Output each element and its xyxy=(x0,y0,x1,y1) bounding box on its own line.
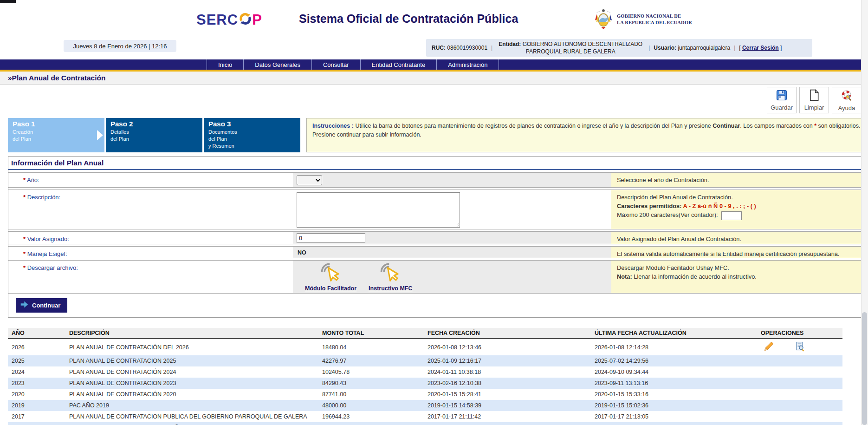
instructivo-mfc-link[interactable]: Instructivo MFC xyxy=(369,285,412,292)
anio-input-cell xyxy=(293,173,611,187)
cell-created: 2020-01-15 15:28:41 xyxy=(424,389,591,400)
esigef-help: El sistema valida automáticamente si la … xyxy=(611,247,867,258)
col-created: FECHA CREACIÓN xyxy=(424,328,591,339)
cell-year: 2024 xyxy=(8,366,65,378)
cell-created: 2016-01-10 23:20:22 xyxy=(424,422,591,425)
plans-table: AÑO DESCRIPCIÓN MONTO TOTAL FECHA CREACI… xyxy=(8,328,842,425)
nav-item-entidad-contratante[interactable]: Entidad Contratante xyxy=(360,59,437,70)
cell-operations xyxy=(757,355,842,366)
modulo-facilitador-link[interactable]: Módulo Facilitador xyxy=(305,285,356,292)
table-row: 2024PLAN ANUAL DE CONTRATACIÓN 202410240… xyxy=(8,366,842,378)
cell-created: 2017-01-17 21:11:42 xyxy=(424,411,591,422)
step-title: Paso 3 xyxy=(208,120,300,128)
cell-updated: 2026-01-08 12:14:28 xyxy=(591,339,757,355)
table-header-row: AÑO DESCRIPCIÓN MONTO TOTAL FECHA CREACI… xyxy=(8,328,842,339)
cell-updated: 2023-09-11 13:13:16 xyxy=(591,378,757,389)
valor-input-cell xyxy=(293,232,611,244)
save-button[interactable]: Guardar xyxy=(767,87,797,113)
cell-operations xyxy=(757,366,842,378)
wizard-steps: Paso 1 Creacióndel Plan Paso 2 Detallesd… xyxy=(8,118,867,152)
government-logo: GOBIERNO NACIONAL DE LA REPUBLICA DEL EC… xyxy=(593,7,692,32)
form-row-descargar: * Descargar archivo: Módulo Facilitador xyxy=(8,260,867,294)
cell-created: 2024-01-11 10:38:18 xyxy=(424,366,591,378)
descripcion-label: * Descripción: xyxy=(8,190,293,229)
user-field: Usuario: juntaparroquialgalera xyxy=(654,45,730,51)
step-1-creacion[interactable]: Paso 1 Creacióndel Plan xyxy=(8,118,104,152)
form-row-anio: * Año: Seleccione el año de Contratación… xyxy=(8,172,867,188)
save-floppy-icon xyxy=(776,89,788,103)
nav-item-administraci-n[interactable]: Administración xyxy=(436,59,499,70)
required-asterisk: * xyxy=(23,264,26,271)
sercop-logo-text-prefix: SERC xyxy=(196,12,238,28)
ecuador-coat-of-arms-icon xyxy=(593,7,614,32)
clear-button[interactable]: Limpiar xyxy=(799,87,829,113)
plan-form-section: Información del Plan Anual * Año: Selecc… xyxy=(8,156,867,318)
action-toolbar: Guardar Limpiar xyxy=(0,85,868,114)
sercop-logo-text-suffix: P xyxy=(252,12,262,28)
help-lifebuoy-icon xyxy=(841,89,853,103)
cell-year: 2016 xyxy=(8,422,65,425)
cell-description: PLAN ANUAL DE CONTRATACION PUBLICA DEL G… xyxy=(65,411,318,422)
cell-created: 2019-01-15 14:58:39 xyxy=(424,400,591,411)
nav-item-consultar[interactable]: Consultar xyxy=(311,59,360,70)
download-instructivo-mfc[interactable]: Instructivo MFC xyxy=(369,262,412,292)
cell-description: PLAN ANUAL DE CONTRATACIÓN 2020 xyxy=(65,389,318,400)
section-title: Información del Plan Anual xyxy=(8,157,867,170)
click-download-icon xyxy=(379,262,402,285)
nav-item-inicio[interactable]: Inicio xyxy=(207,59,243,70)
step-title: Paso 2 xyxy=(110,120,202,128)
cell-year: 2023 xyxy=(8,378,65,389)
edit-pencil-icon[interactable] xyxy=(764,341,774,353)
cell-amount: 42276.97 xyxy=(318,355,424,366)
divider: | xyxy=(648,45,650,51)
cell-amount: 18480.04 xyxy=(318,339,424,355)
main-nav: InicioDatos GeneralesConsultarEntidad Co… xyxy=(0,59,868,70)
cell-created: 2026-01-08 12:13:46 xyxy=(424,339,591,355)
cell-year: 2020 xyxy=(8,389,65,400)
download-modulo-facilitador[interactable]: Módulo Facilitador xyxy=(305,262,356,292)
nav-item-datos-generales[interactable]: Datos Generales xyxy=(243,59,311,70)
plans-table-wrap: AÑO DESCRIPCIÓN MONTO TOTAL FECHA CREACI… xyxy=(8,328,842,425)
col-amount: MONTO TOTAL xyxy=(318,328,424,339)
descargar-links-cell: Módulo Facilitador Instructivo MFC xyxy=(293,261,611,293)
app-page: SERC P Sistema Oficial de Contratación P… xyxy=(0,0,868,425)
clear-button-label: Limpiar xyxy=(804,104,824,111)
scrollbar-thumb[interactable] xyxy=(862,312,867,425)
col-year: AÑO xyxy=(8,328,65,339)
view-document-icon[interactable] xyxy=(795,341,805,353)
help-button[interactable]: Ayuda xyxy=(832,87,862,113)
table-row: 2023PLAN ANUAL DE CONTRATACION 202384290… xyxy=(8,378,842,389)
government-text: GOBIERNO NACIONAL DE LA REPUBLICA DEL EC… xyxy=(617,13,692,26)
descripcion-textarea[interactable] xyxy=(297,192,460,228)
cell-operations xyxy=(757,389,842,400)
divider: | xyxy=(734,45,735,51)
step-3-documentos[interactable]: Paso 3 Documentosdel Plany Resumen xyxy=(204,118,300,152)
table-row: 2025PLAN ANUAL DE CONTRATACION 202542276… xyxy=(8,355,842,366)
valor-input[interactable] xyxy=(297,233,365,243)
cell-year: 2019 xyxy=(8,400,65,411)
char-counter-input[interactable] xyxy=(721,211,742,220)
logout-link[interactable]: Cerrar Sesión xyxy=(742,45,779,51)
table-row: 2019PAC AÑO 201948000.002019-01-15 14:58… xyxy=(8,400,842,411)
required-asterisk: * xyxy=(23,177,26,183)
continue-button[interactable]: Continuar xyxy=(16,298,67,313)
vertical-scrollbar[interactable] xyxy=(861,0,868,425)
cell-created: 2025-01-09 12:16:17 xyxy=(424,355,591,366)
cell-updated: 2024-09-10 09:34:44 xyxy=(591,366,757,378)
cell-updated: 2017-01-17 21:13:05 xyxy=(591,411,757,422)
anio-select[interactable] xyxy=(297,175,322,185)
descargar-label: * Descargar archivo: xyxy=(8,261,293,293)
step-2-detalles[interactable]: Paso 2 Detallesdel Plan xyxy=(106,118,202,152)
session-info-bar: RUC: 0860019930001 | Entidad: GOBIERNO A… xyxy=(426,39,812,57)
form-row-descripcion: * Descripción: Descripción del Plan Anua… xyxy=(8,190,867,229)
esigef-value: NO xyxy=(293,247,611,256)
cell-operations xyxy=(757,378,842,389)
descargar-help: Descargar Módulo Facilitador Ushay MFC. … xyxy=(611,261,867,293)
valor-help: Valor Asignado del Plan Anual de Contrat… xyxy=(611,232,867,244)
cell-amount: 372215.97 xyxy=(318,422,424,425)
required-asterisk: * xyxy=(23,235,26,242)
col-operations: OPERACIONES xyxy=(757,328,842,339)
table-row: 2017PLAN ANUAL DE CONTRATACION PUBLICA D… xyxy=(8,411,842,422)
cell-description: PLAN ANUAL DE CONTRATACION 2025 xyxy=(65,355,318,366)
form-row-valor: * Valor Asignado: Valor Asignado del Pla… xyxy=(8,231,867,244)
